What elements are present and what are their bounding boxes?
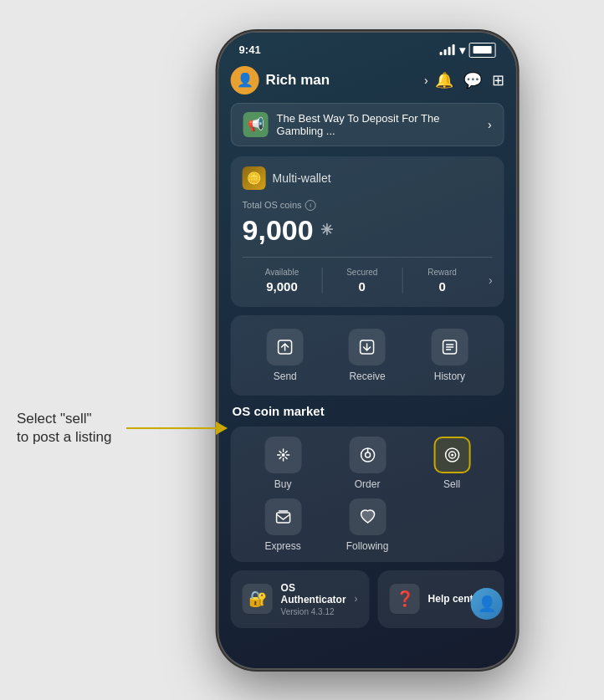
annotation-arrow (126, 427, 227, 429)
svg-point-16 (365, 452, 370, 457)
send-label: Send (274, 370, 297, 382)
authenticator-icon: 🔐 (243, 584, 273, 614)
market-title: OS coin market (231, 404, 504, 418)
svg-rect-21 (276, 513, 289, 523)
total-amount: 9,000 ✳ (243, 214, 493, 247)
action-card: Send Receive (231, 315, 504, 396)
chat-icon[interactable]: 💬 (463, 71, 482, 89)
status-icons: ▾ (440, 43, 496, 58)
reward-label: Reward (402, 268, 482, 277)
history-icon (431, 329, 468, 365)
wallet-header: 🪙 Multi-wallet (243, 166, 493, 190)
wallet-card: 🪙 Multi-wallet Total OS coins i 9,000 ✳ … (231, 156, 504, 307)
banner-text: The Best Way To Deposit For The Gambling… (277, 112, 479, 137)
wallet-icon: 🪙 (243, 166, 266, 190)
following-icon (349, 498, 386, 535)
market-row1: Buy Order (241, 437, 494, 490)
express-icon (264, 498, 301, 535)
history-label: History (434, 370, 465, 382)
following-button[interactable]: Following (325, 498, 410, 552)
receive-icon (349, 329, 386, 365)
order-icon (349, 437, 386, 473)
svg-point-20 (451, 453, 453, 456)
username-chevron[interactable]: › (424, 74, 428, 87)
status-bar: 9:41 ▾ (219, 33, 516, 61)
receive-button[interactable]: Receive (349, 329, 386, 382)
support-bubble[interactable]: 👤 (471, 588, 503, 620)
sparkle-icon: ✳ (320, 221, 333, 239)
available-label: Available (243, 268, 322, 277)
notification-icon[interactable]: 🔔 (435, 71, 453, 89)
annotation-text: Select "sell" to post a listing (17, 410, 111, 447)
battery-icon (469, 43, 496, 58)
support-icon: 👤 (478, 595, 496, 613)
sell-button[interactable]: Sell (410, 437, 494, 490)
annotation: Select "sell" to post a listing (17, 410, 227, 447)
banner-icon: 📢 (243, 112, 269, 137)
send-icon (267, 329, 304, 365)
stat-reward: Reward 0 (402, 268, 482, 294)
info-icon[interactable]: i (305, 200, 316, 211)
sell-label: Sell (443, 478, 460, 490)
authenticator-card[interactable]: 🔐 OS Authenticator Version 4.3.12 › (231, 570, 370, 628)
secured-label: Secured (322, 268, 402, 277)
stats-chevron[interactable]: › (482, 273, 493, 287)
svg-point-6 (281, 453, 284, 457)
coin-stats: Available 9,000 Secured 0 Reward 0 › (243, 268, 493, 294)
authenticator-title: OS Authenticator (281, 582, 346, 605)
secured-value: 0 (322, 279, 402, 294)
svg-line-14 (285, 451, 287, 452)
avatar: 👤 (231, 66, 259, 95)
svg-line-12 (285, 457, 287, 458)
bottom-row: 🔐 OS Authenticator Version 4.3.12 › ❓ He… (231, 570, 504, 628)
scroll-content: 📢 The Best Way To Deposit For The Gambli… (219, 103, 516, 668)
total-label: Total OS coins i (243, 200, 493, 211)
receive-label: Receive (349, 370, 385, 382)
signal-icon (440, 44, 455, 55)
available-value: 9,000 (243, 279, 322, 294)
buy-label: Buy (274, 478, 292, 490)
authenticator-info: OS Authenticator Version 4.3.12 (281, 582, 346, 616)
market-row2: Express Following (241, 498, 494, 552)
status-time: 9:41 (239, 43, 261, 56)
wifi-icon: ▾ (459, 43, 465, 57)
history-button[interactable]: History (431, 329, 468, 382)
send-button[interactable]: Send (267, 329, 304, 382)
following-label: Following (346, 540, 389, 552)
banner-chevron: › (488, 118, 492, 131)
buy-icon (264, 437, 301, 473)
reward-value: 0 (402, 279, 482, 294)
authenticator-chevron: › (355, 593, 358, 605)
grid-icon[interactable]: ⊞ (492, 71, 504, 89)
order-label: Order (355, 478, 381, 490)
buy-button[interactable]: Buy (241, 437, 325, 490)
header: 👤 Rich man › 🔔 💬 ⊞ (219, 61, 516, 103)
header-icons: 🔔 💬 ⊞ (435, 71, 504, 89)
order-button[interactable]: Order (325, 437, 410, 490)
market-card: Buy Order (231, 427, 504, 562)
helpcenter-icon: ❓ (390, 584, 420, 614)
avatar-emoji: 👤 (237, 72, 253, 88)
express-label: Express (264, 540, 300, 552)
phone: 9:41 ▾ 👤 Rich man › � (219, 33, 516, 668)
screen: 9:41 ▾ 👤 Rich man › � (219, 33, 516, 668)
banner[interactable]: 📢 The Best Way To Deposit For The Gambli… (231, 103, 504, 146)
svg-line-11 (279, 451, 281, 452)
stat-secured: Secured 0 (322, 268, 402, 294)
express-button[interactable]: Express (241, 498, 325, 552)
username: Rich man (266, 72, 421, 89)
divider (243, 257, 493, 258)
wallet-label: Multi-wallet (273, 171, 331, 185)
stat-available: Available 9,000 (243, 268, 322, 294)
authenticator-sub: Version 4.3.12 (281, 607, 346, 616)
sell-icon (433, 437, 470, 473)
svg-line-13 (279, 457, 281, 458)
